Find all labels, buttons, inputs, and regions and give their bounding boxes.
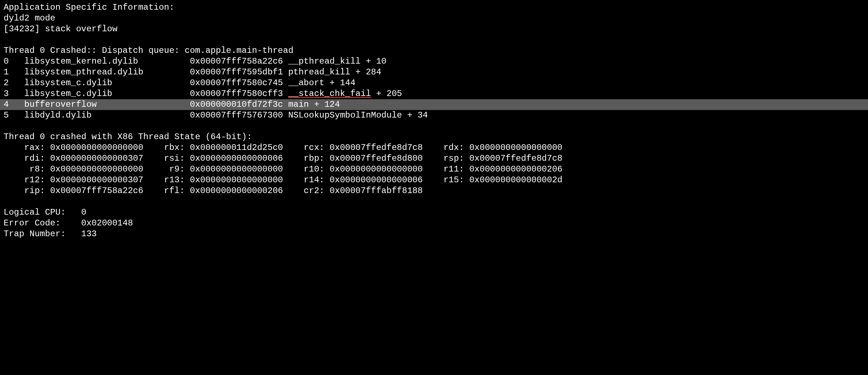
register-row-1: rdi: 0x0000000000000307 rsi: 0x000000000… — [4, 153, 864, 164]
stack-frame-4: 4 bufferoverflow 0x000000010fd72f3c main… — [0, 99, 868, 110]
stack-frame-2: 2 libsystem_c.dylib 0x00007fff7580c745 _… — [4, 78, 864, 88]
thread-crashed-header: Thread 0 Crashed:: Dispatch queue: com.a… — [4, 45, 864, 56]
footer-row-2: Trap Number: 133 — [4, 229, 864, 239]
crash-report: Application Specific Information:dyld2 m… — [0, 0, 868, 243]
register-row-4: rip: 0x00007fff758a22c6 rfl: 0x000000000… — [4, 186, 864, 196]
blank-1 — [4, 121, 864, 132]
stack-frame-5: 5 libdyld.dylib 0x00007fff75767300 NSLoo… — [4, 110, 864, 121]
stack-frame-0: 0 libsystem_kernel.dylib 0x00007fff758a2… — [4, 56, 864, 67]
underlined-symbol: __stack_chk_fail — [288, 89, 371, 99]
stack-frame-3: 3 libsystem_c.dylib 0x00007fff7580cff3 _… — [4, 88, 864, 99]
register-row-2: r8: 0x0000000000000000 r9: 0x00000000000… — [4, 164, 864, 175]
footer-row-1: Error Code: 0x02000148 — [4, 218, 864, 229]
blank-0 — [4, 35, 864, 45]
app-info-line-1: [34232] stack overflow — [4, 24, 864, 35]
footer-row-0: Logical CPU: 0 — [4, 207, 864, 218]
thread-state-header: Thread 0 crashed with X86 Thread State (… — [4, 132, 864, 142]
register-row-0: rax: 0x0000000000000000 rbx: 0x000000011… — [4, 142, 864, 153]
blank-2 — [4, 196, 864, 207]
stack-frame-1: 1 libsystem_pthread.dylib 0x00007fff7595… — [4, 67, 864, 78]
register-row-3: r12: 0x0000000000000307 r13: 0x000000000… — [4, 175, 864, 186]
app-info-line-0: dyld2 mode — [4, 13, 864, 24]
app-info-header: Application Specific Information: — [4, 2, 864, 13]
